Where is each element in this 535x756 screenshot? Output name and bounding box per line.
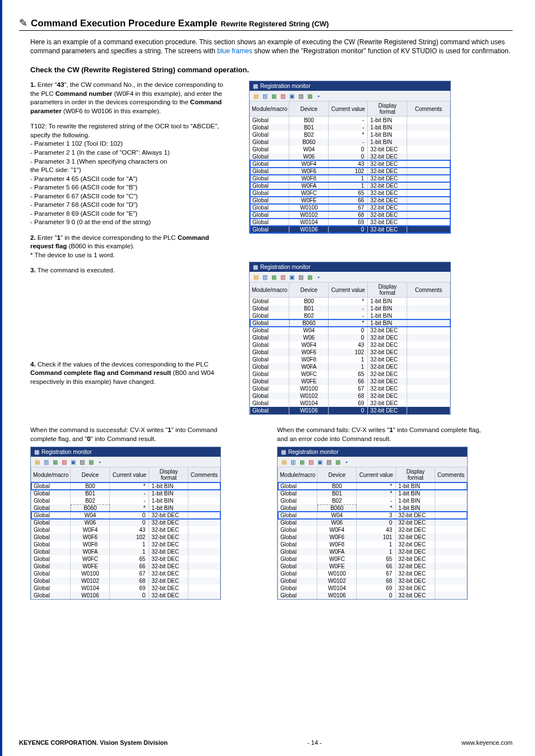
- table-row[interactable]: GlobalB01*1-bit BIN: [278, 490, 467, 497]
- table-row[interactable]: GlobalW01006732-bit DEC: [278, 570, 467, 577]
- table-row[interactable]: GlobalW0FE6632-bit DEC: [278, 563, 467, 570]
- table-row[interactable]: GlobalB01-1-bit BIN: [31, 490, 220, 497]
- col-mod[interactable]: Module/macro: [31, 467, 71, 483]
- table-row[interactable]: GlobalW0F610132-bit DEC: [278, 534, 467, 541]
- add-icon[interactable]: ▩: [306, 92, 313, 100]
- col-val[interactable]: Current value: [110, 467, 149, 483]
- table-row[interactable]: GlobalW0FC6532-bit DEC: [278, 555, 467, 563]
- table-row[interactable]: GlobalW01026832-bit DEC: [250, 392, 450, 400]
- table-row[interactable]: GlobalW0F8132-bit DEC: [250, 356, 450, 363]
- table-row[interactable]: GlobalW0F44332-bit DEC: [250, 341, 450, 349]
- table-row[interactable]: GlobalW0FE6632-bit DEC: [250, 197, 450, 204]
- table-row[interactable]: GlobalW0F610232-bit DEC: [250, 168, 450, 175]
- export-icon[interactable]: ▪: [315, 273, 322, 281]
- delete-icon[interactable]: ▧: [279, 92, 287, 100]
- table-row[interactable]: GlobalW01026832-bit DEC: [250, 211, 450, 219]
- col-fmt[interactable]: Display format: [368, 282, 407, 298]
- table-row[interactable]: GlobalW06032-bit DEC: [250, 153, 450, 160]
- open-icon[interactable]: ▤: [280, 458, 288, 466]
- table-row[interactable]: GlobalB060-1-bit BIN: [250, 138, 450, 146]
- table-row[interactable]: GlobalW0F44332-bit DEC: [278, 526, 467, 534]
- table-row[interactable]: GlobalW04032-bit DEC: [31, 512, 220, 519]
- cascade-icon[interactable]: ▦: [51, 458, 59, 466]
- table-row[interactable]: GlobalW0106032-bit DEC: [278, 592, 467, 599]
- save-icon[interactable]: ▥: [42, 458, 50, 466]
- table-row[interactable]: GlobalB02*1-bit BIN: [250, 131, 450, 138]
- table-row[interactable]: GlobalW01006732-bit DEC: [250, 204, 450, 211]
- save-icon[interactable]: ▥: [261, 92, 269, 100]
- table-row[interactable]: GlobalW0F44332-bit DEC: [31, 526, 220, 534]
- table-row[interactable]: GlobalW0FA132-bit DEC: [31, 548, 220, 555]
- table-row[interactable]: GlobalW0F44332-bit DEC: [250, 160, 450, 168]
- export-icon[interactable]: ▪: [343, 458, 350, 466]
- table-row[interactable]: GlobalW01026832-bit DEC: [31, 577, 220, 585]
- table-row[interactable]: GlobalW0FC6532-bit DEC: [31, 555, 220, 563]
- table-row[interactable]: GlobalB060*1-bit BIN: [278, 504, 467, 512]
- cascade-icon[interactable]: ▦: [270, 273, 278, 281]
- save-icon[interactable]: ▥: [261, 273, 269, 281]
- col-dev[interactable]: Device: [289, 282, 329, 298]
- col-cmt[interactable]: Comments: [407, 101, 450, 117]
- table-row[interactable]: GlobalB02-1-bit BIN: [250, 312, 450, 319]
- col-mod[interactable]: Module/macro: [250, 282, 289, 298]
- grid-icon[interactable]: ▣: [69, 458, 77, 466]
- cascade-icon[interactable]: ▦: [270, 92, 278, 100]
- view-icon[interactable]: ▨: [297, 92, 305, 100]
- open-icon[interactable]: ▤: [252, 92, 260, 100]
- table-row[interactable]: GlobalW01006732-bit DEC: [31, 570, 220, 577]
- delete-icon[interactable]: ▧: [279, 273, 287, 281]
- table-row[interactable]: GlobalB060*1-bit BIN: [250, 319, 450, 327]
- col-mod[interactable]: Module/macro: [250, 101, 289, 117]
- col-cmt[interactable]: Comments: [407, 282, 450, 298]
- table-row[interactable]: GlobalW04032-bit DEC: [250, 327, 450, 334]
- table-row[interactable]: GlobalW0F8132-bit DEC: [250, 175, 450, 182]
- table-row[interactable]: GlobalW0FC6532-bit DEC: [250, 189, 450, 197]
- save-icon[interactable]: ▥: [289, 458, 297, 466]
- col-dev[interactable]: Device: [289, 101, 329, 117]
- grid-icon[interactable]: ▣: [316, 458, 324, 466]
- table-row[interactable]: GlobalW0FA132-bit DEC: [250, 363, 450, 370]
- col-dev[interactable]: Device: [71, 467, 110, 483]
- table-row[interactable]: GlobalW0106032-bit DEC: [250, 226, 450, 233]
- table-row[interactable]: GlobalW0F610232-bit DEC: [31, 534, 220, 541]
- grid-icon[interactable]: ▣: [288, 92, 296, 100]
- table-row[interactable]: GlobalW01046932-bit DEC: [250, 400, 450, 407]
- col-val[interactable]: Current value: [329, 282, 368, 298]
- table-row[interactable]: GlobalW06032-bit DEC: [250, 334, 450, 341]
- table-row[interactable]: GlobalW06032-bit DEC: [31, 519, 220, 526]
- col-cmt[interactable]: Comments: [188, 467, 220, 483]
- table-row[interactable]: GlobalB02-1-bit BIN: [31, 497, 220, 504]
- export-icon[interactable]: ▪: [315, 92, 322, 100]
- open-icon[interactable]: ▤: [252, 273, 260, 281]
- col-mod[interactable]: Module/macro: [278, 467, 317, 483]
- table-row[interactable]: GlobalW0106032-bit DEC: [31, 592, 220, 599]
- table-row[interactable]: GlobalB01-1-bit BIN: [250, 124, 450, 131]
- table-row[interactable]: GlobalW01046932-bit DEC: [31, 585, 220, 592]
- add-icon[interactable]: ▩: [306, 273, 313, 281]
- cascade-icon[interactable]: ▦: [298, 458, 306, 466]
- delete-icon[interactable]: ▧: [307, 458, 315, 466]
- add-icon[interactable]: ▩: [334, 458, 342, 466]
- table-row[interactable]: GlobalW04332-bit DEC: [278, 512, 467, 519]
- view-icon[interactable]: ▨: [297, 273, 305, 281]
- col-val[interactable]: Current value: [357, 467, 396, 483]
- table-row[interactable]: GlobalW04032-bit DEC: [250, 146, 450, 153]
- export-icon[interactable]: ▪: [96, 458, 104, 466]
- col-fmt[interactable]: Display format: [396, 467, 435, 483]
- table-row[interactable]: GlobalB060*1-bit BIN: [31, 504, 220, 512]
- table-row[interactable]: GlobalW06032-bit DEC: [278, 519, 467, 526]
- table-row[interactable]: GlobalB00*1-bit BIN: [31, 483, 220, 490]
- table-row[interactable]: GlobalB00-1-bit BIN: [250, 117, 450, 124]
- table-row[interactable]: GlobalW0FA132-bit DEC: [278, 548, 467, 555]
- col-fmt[interactable]: Display format: [149, 467, 188, 483]
- table-row[interactable]: GlobalW01006732-bit DEC: [250, 385, 450, 392]
- open-icon[interactable]: ▤: [33, 458, 41, 466]
- view-icon[interactable]: ▨: [78, 458, 86, 466]
- grid-icon[interactable]: ▣: [288, 273, 296, 281]
- table-row[interactable]: GlobalW0F8132-bit DEC: [278, 541, 467, 548]
- table-row[interactable]: GlobalW01026832-bit DEC: [278, 577, 467, 585]
- table-row[interactable]: GlobalB01-1-bit BIN: [250, 305, 450, 312]
- table-row[interactable]: GlobalB00*1-bit BIN: [278, 483, 467, 490]
- table-row[interactable]: GlobalW01046932-bit DEC: [250, 219, 450, 226]
- table-row[interactable]: GlobalW0F610232-bit DEC: [250, 349, 450, 356]
